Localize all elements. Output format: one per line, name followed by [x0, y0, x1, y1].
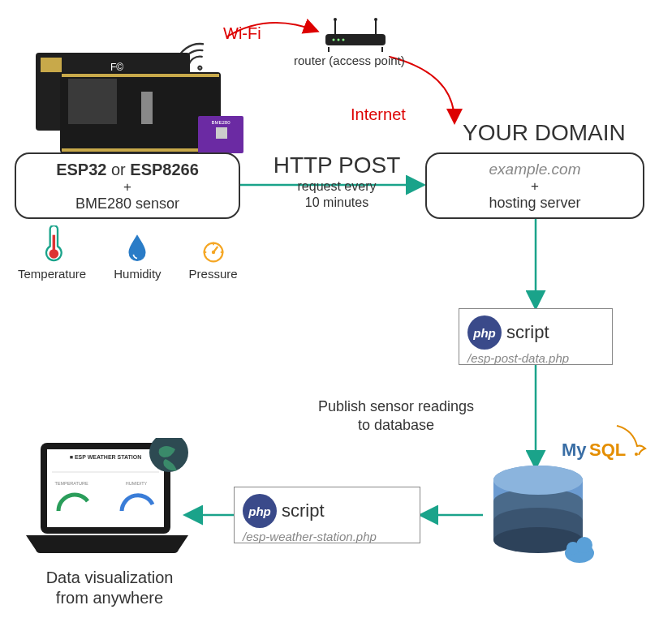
php1-path: /esp-post-data.php — [467, 351, 604, 365]
svg-point-35 — [635, 453, 638, 456]
droplet-icon — [126, 233, 149, 263]
svg-rect-18 — [68, 79, 117, 124]
device-box: ESP32 or ESP8266 + BME280 sensor — [15, 152, 240, 219]
esp8266-text: ESP8266 — [130, 161, 199, 178]
svg-point-11 — [338, 39, 340, 41]
svg-rect-20 — [62, 148, 219, 152]
svg-point-25 — [50, 249, 59, 259]
temperature-label: Temperature — [18, 267, 86, 281]
sensor-row: Temperature Humidity Pressure — [18, 225, 238, 281]
internet-label: Internet — [351, 105, 406, 124]
gauge-icon — [202, 241, 225, 264]
svg-text:SQL: SQL — [589, 440, 626, 460]
php-icon: php — [467, 315, 502, 350]
domain-heading: YOUR DOMAIN — [463, 120, 626, 146]
hosting-server: hosting server — [427, 195, 643, 212]
example-domain: example.com — [427, 161, 643, 178]
domain-box: example.com + hosting server — [425, 152, 644, 219]
php-icon-2: php — [243, 494, 277, 528]
http-post-block: HTTP POST request every 10 minutes — [260, 152, 414, 211]
http-post-label: HTTP POST — [260, 152, 414, 178]
router-icon — [321, 18, 390, 57]
thermometer-icon — [41, 225, 63, 264]
humidity-label: Humidity — [114, 267, 161, 281]
or-text: or — [106, 161, 130, 178]
svg-text:F©: F© — [110, 62, 123, 73]
svg-point-6 — [334, 18, 337, 21]
esp32-text: ESP32 — [56, 161, 106, 178]
database-icon — [485, 464, 599, 573]
laptop-graphic: ■ ESP WEATHER STATION TEMPERATURE HUMIDI… — [23, 438, 193, 571]
php1-script: script — [506, 322, 549, 343]
wifi-label: Wi-Fi — [223, 24, 261, 43]
mysql-logo: My SQL — [560, 422, 649, 466]
php2-path: /esp-weather-station.php — [243, 530, 411, 543]
php-box-1: php script /esp-post-data.php — [459, 308, 613, 365]
php-box-2: php script /esp-weather-station.php — [234, 487, 420, 543]
svg-point-43 — [493, 466, 583, 495]
svg-rect-19 — [141, 92, 153, 124]
svg-point-8 — [374, 18, 377, 21]
viz-label: Data visualization from anywhere — [32, 568, 187, 608]
http-sub-label: request every 10 minutes — [260, 178, 414, 211]
svg-point-12 — [342, 39, 345, 41]
bme280-chip-label: BME280 — [211, 120, 230, 125]
svg-rect-16 — [41, 58, 62, 72]
svg-text:TEMPERATURE: TEMPERATURE — [54, 481, 88, 486]
svg-rect-21 — [62, 74, 219, 77]
svg-text:My: My — [562, 440, 587, 460]
plus-1: + — [16, 179, 239, 195]
php2-script: script — [282, 500, 325, 521]
svg-point-29 — [211, 250, 214, 253]
pressure-label: Pressure — [189, 267, 238, 281]
svg-point-46 — [576, 537, 592, 553]
esp-boards-graphic: BME280 F© — [36, 53, 247, 160]
svg-text:■ ESP WEATHER STATION: ■ ESP WEATHER STATION — [70, 454, 142, 460]
svg-rect-23 — [216, 127, 227, 139]
svg-text:HUMIDITY: HUMIDITY — [126, 481, 148, 486]
plus-2: + — [427, 178, 643, 195]
publish-label: Publish sensor readings to database — [318, 397, 474, 436]
router-label: router (access point) — [294, 54, 405, 67]
svg-point-10 — [333, 39, 335, 41]
bme280-label: BME280 sensor — [16, 195, 239, 212]
